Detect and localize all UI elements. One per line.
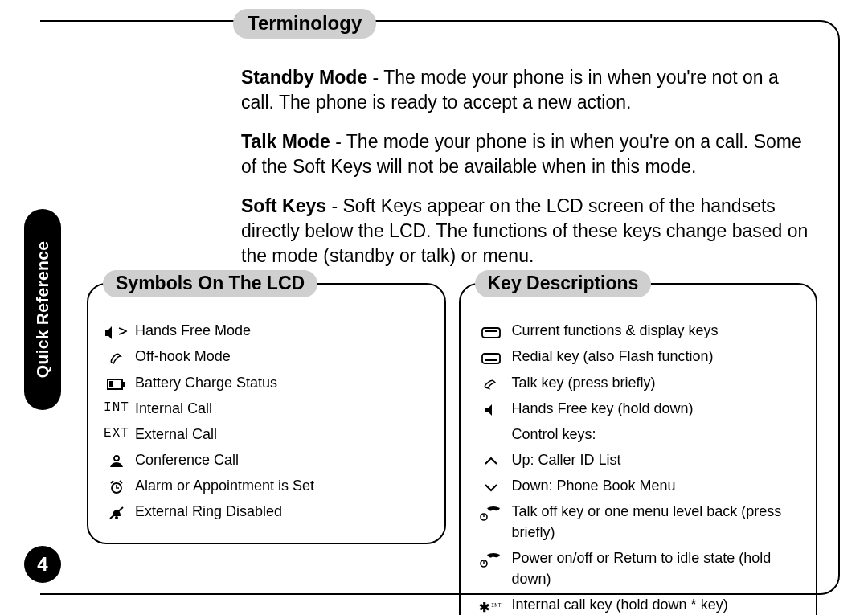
heading-keys: Key Descriptions [475, 270, 652, 297]
heading-terminology: Terminology [233, 9, 376, 39]
term-desc: - Soft Keys appear on the LCD screen of … [241, 195, 808, 266]
section-tab-label: Quick Reference [33, 241, 52, 378]
key-label: Down: Phone Book Menu [512, 475, 802, 496]
list-item: External Ring Disabled [103, 501, 430, 522]
speaker-handset-icon [103, 321, 130, 342]
svg-point-5 [115, 516, 118, 519]
term-name: Talk Mode [241, 131, 330, 152]
list-item: ✱ INT Internal call key (hold down * key… [475, 594, 802, 615]
heading-symbols: Symbols On The LCD [103, 270, 317, 297]
key-label: Internal call key (hold down * key) [512, 594, 802, 615]
term-name: Soft Keys [241, 195, 326, 216]
term-softkeys: Soft Keys - Soft Keys appear on the LCD … [241, 194, 816, 269]
end-hold-icon [475, 548, 507, 569]
symbol-label: Conference Call [135, 449, 239, 470]
key-label: Current functions & display keys [512, 320, 802, 341]
svg-rect-7 [482, 328, 500, 338]
up-key-icon [475, 450, 507, 471]
conference-icon [103, 450, 130, 471]
key-label: Power on/off or Return to idle state (ho… [512, 547, 802, 589]
ext-text-icon: EXT [103, 424, 130, 443]
bell-off-icon [103, 502, 130, 523]
symbol-label: Battery Charge Status [135, 372, 277, 393]
keys-list: Current functions & display keys Redial … [475, 320, 802, 615]
svg-text:INT: INT [491, 602, 502, 609]
softkey-bottom-icon [475, 346, 507, 367]
softkey-top-icon [475, 321, 507, 342]
term-name: Standby Mode [241, 67, 367, 88]
list-item: Battery Charge Status [103, 372, 430, 393]
terminology-section: Standby Mode - The mode your phone is in… [80, 20, 824, 269]
svg-text:✱: ✱ [479, 601, 489, 613]
list-item: Alarm or Appointment is Set [103, 475, 430, 496]
columns: Symbols On The LCD Hands Free Mode [80, 283, 824, 615]
handsfree-key-icon [475, 399, 507, 420]
key-label: Control keys: [512, 424, 802, 445]
alarm-icon [103, 476, 130, 497]
star-int-icon: ✱ INT [475, 595, 507, 615]
key-label: Talk key (press briefly) [512, 372, 802, 393]
int-text-icon: INT [103, 399, 130, 417]
list-item: Power on/off or Return to idle state (ho… [475, 547, 802, 589]
symbol-label: External Call [135, 424, 217, 445]
list-item: Off-hook Mode [103, 346, 430, 367]
svg-rect-2 [109, 381, 113, 387]
key-label: Hands Free key (hold down) [512, 398, 802, 419]
svg-point-3 [114, 456, 119, 461]
key-label: Talk off key or one menu level back (pre… [512, 501, 802, 543]
down-key-icon [475, 476, 507, 497]
term-talk: Talk Mode - The mode your phone is in wh… [241, 129, 816, 179]
key-label: Up: Caller ID List [512, 449, 802, 470]
list-item: Down: Phone Book Menu [475, 475, 802, 496]
battery-icon [103, 373, 130, 394]
list-item: EXT External Call [103, 424, 430, 445]
symbol-label: Hands Free Mode [135, 320, 251, 341]
symbol-label: Off-hook Mode [135, 346, 231, 367]
list-item: Control keys: [475, 424, 802, 445]
list-item: Hands Free Mode [103, 320, 430, 341]
section-tab: Quick Reference [24, 209, 61, 410]
symbol-label: External Ring Disabled [135, 501, 282, 522]
list-item: Talk off key or one menu level back (pre… [475, 501, 802, 543]
svg-rect-9 [482, 354, 500, 363]
svg-rect-1 [123, 382, 125, 387]
list-item: Talk key (press briefly) [475, 372, 802, 393]
key-label: Redial key (also Flash function) [512, 346, 802, 367]
page-number-badge: 4 [24, 546, 61, 583]
list-item: Redial key (also Flash function) [475, 346, 802, 367]
list-item: Conference Call [103, 449, 430, 470]
symbols-box: Hands Free Mode Off-hook Mode [87, 283, 446, 544]
page-number: 4 [37, 553, 47, 576]
list-item: Current functions & display keys [475, 320, 802, 341]
end-brief-icon [475, 502, 507, 523]
symbol-label: Alarm or Appointment is Set [135, 475, 314, 496]
term-standby: Standby Mode - The mode your phone is in… [241, 65, 816, 115]
list-item: Hands Free key (hold down) [475, 398, 802, 419]
list-item: Up: Caller ID List [475, 449, 802, 470]
list-item: INT Internal Call [103, 398, 430, 419]
symbol-label: Internal Call [135, 398, 212, 419]
offhook-icon [103, 346, 130, 367]
symbols-list: Hands Free Mode Off-hook Mode [103, 320, 430, 522]
talk-key-icon [475, 373, 507, 394]
keys-box: Current functions & display keys Redial … [459, 283, 818, 615]
